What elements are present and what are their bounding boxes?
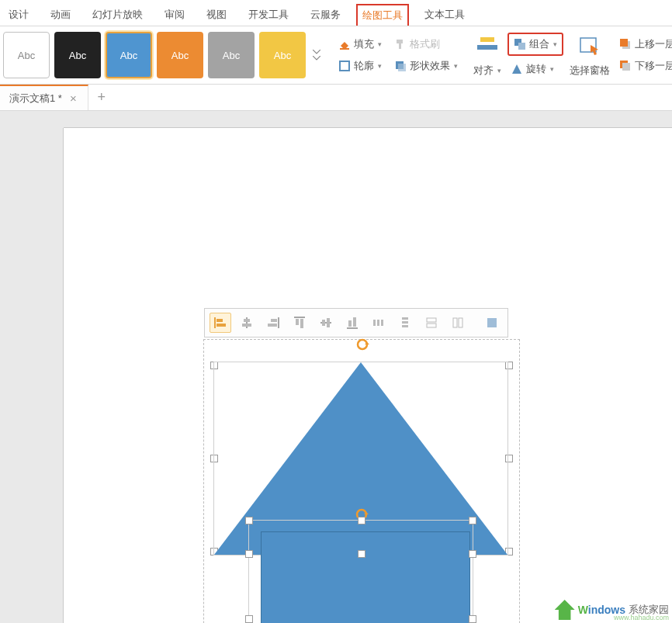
toolbar-collapse-button[interactable] — [481, 313, 503, 333]
resize-handle[interactable] — [469, 550, 476, 558]
align-right-button[interactable] — [262, 313, 284, 333]
ribbon-group-selection: 选择窗格 — [566, 26, 613, 84]
align-icon — [474, 33, 501, 59]
tab-design[interactable]: 设计 — [2, 3, 35, 26]
bring-forward-button[interactable]: 上移一层 — [616, 36, 672, 53]
selection-pane-label: 选择窗格 — [570, 64, 610, 78]
rotate-button[interactable]: 旋转 ▾ — [507, 61, 563, 78]
main-tabs: 设计 动画 幻灯片放映 审阅 视图 开发工具 云服务 绘图工具 文本工具 — [0, 0, 672, 26]
svg-rect-32 — [348, 320, 352, 327]
align-left-button[interactable] — [210, 313, 231, 333]
resize-handle[interactable] — [245, 517, 253, 524]
style-preset-white[interactable]: Abc — [3, 32, 50, 78]
svg-rect-5 — [398, 64, 406, 71]
workspace — [0, 111, 672, 623]
shape-style-gallery: Abc Abc Abc Abc Abc Abc — [0, 26, 326, 84]
rectangle-selection[interactable] — [248, 520, 473, 623]
fill-icon — [338, 38, 351, 50]
shape-effects-button[interactable]: 形状效果 ▾ — [391, 57, 461, 74]
align-middle-v-button[interactable] — [315, 313, 337, 333]
style-gallery-more[interactable] — [310, 32, 323, 78]
floating-align-toolbar — [204, 308, 508, 337]
tab-text-tools[interactable]: 文本工具 — [418, 3, 471, 26]
document-tab-label: 演示文稿1 * — [9, 92, 62, 106]
format-painter-label: 格式刷 — [410, 37, 440, 51]
bring-forward-icon — [619, 38, 632, 50]
outline-button[interactable]: 轮廓 ▾ — [335, 57, 385, 74]
rotation-handle-icon[interactable] — [355, 337, 370, 352]
resize-handle[interactable] — [358, 517, 365, 524]
svg-rect-6 — [480, 37, 494, 42]
ribbon-group-align: 对齐 ▾ — [470, 26, 504, 84]
ribbon-group-arrange: 组合 ▾ 旋转 ▾ — [504, 26, 566, 84]
chevron-down-icon: ▾ — [497, 67, 501, 74]
tab-drawing-tools[interactable]: 绘图工具 — [356, 4, 409, 26]
same-width-button[interactable] — [421, 313, 442, 333]
resize-handle[interactable] — [469, 517, 476, 524]
distribute-h-button[interactable] — [368, 313, 390, 333]
same-height-button[interactable] — [447, 313, 469, 333]
svg-rect-20 — [244, 319, 250, 322]
svg-rect-17 — [216, 319, 223, 322]
svg-rect-35 — [377, 320, 379, 326]
align-center-h-button[interactable] — [236, 313, 258, 333]
shape-effects-icon — [394, 60, 407, 72]
tab-slideshow[interactable]: 幻灯片放映 — [86, 3, 149, 26]
selection-pane-icon — [577, 33, 603, 59]
align-top-button[interactable] — [289, 313, 310, 333]
tab-view[interactable]: 视图 — [200, 3, 233, 26]
watermark-logo-icon — [555, 600, 575, 620]
style-preset-black[interactable]: Abc — [54, 32, 101, 78]
svg-rect-13 — [620, 39, 628, 47]
chevron-down-icon: ▾ — [553, 40, 557, 48]
group-icon — [514, 38, 526, 50]
style-preset-blue-selected[interactable]: Abc — [106, 32, 152, 78]
distribute-v-button[interactable] — [394, 313, 416, 333]
tab-review[interactable]: 审阅 — [158, 3, 191, 26]
svg-rect-40 — [427, 318, 436, 322]
align-button[interactable]: 对齐 ▾ — [473, 64, 501, 78]
group-button[interactable]: 组合 ▾ — [507, 33, 563, 56]
align-label: 对齐 — [473, 64, 494, 78]
selection-pane-button[interactable]: 选择窗格 — [570, 64, 610, 78]
svg-rect-39 — [402, 325, 408, 327]
document-tab-bar: 演示文稿1 * × + — [0, 85, 672, 111]
format-painter-icon — [394, 38, 407, 50]
document-tab[interactable]: 演示文稿1 * × — [0, 85, 88, 110]
resize-handle[interactable] — [469, 615, 476, 623]
svg-rect-33 — [353, 317, 356, 327]
svg-rect-37 — [402, 317, 408, 320]
tab-devtools[interactable]: 开发工具 — [242, 3, 295, 26]
resize-handle[interactable] — [245, 615, 253, 623]
outline-label: 轮廓 — [354, 59, 374, 73]
style-preset-yellow[interactable]: Abc — [259, 32, 306, 78]
align-bottom-button[interactable] — [341, 313, 363, 333]
close-icon[interactable]: × — [70, 92, 77, 105]
resize-handle[interactable] — [245, 550, 253, 558]
svg-rect-15 — [622, 63, 630, 71]
bring-forward-label: 上移一层 — [635, 37, 672, 51]
add-tab-button[interactable]: + — [88, 89, 115, 106]
svg-marker-10 — [512, 64, 521, 74]
chevron-down-icon: ▾ — [550, 65, 554, 73]
svg-rect-0 — [340, 48, 349, 50]
resize-handle[interactable] — [358, 550, 365, 558]
fill-label: 填充 — [354, 37, 374, 51]
format-painter-button[interactable]: 格式刷 — [391, 36, 461, 53]
style-preset-gray[interactable]: Abc — [208, 32, 255, 78]
svg-rect-29 — [322, 320, 325, 326]
svg-rect-27 — [300, 319, 303, 328]
tab-cloud[interactable]: 云服务 — [304, 3, 347, 26]
watermark-url: www.hahadu.com — [614, 614, 669, 621]
svg-rect-41 — [427, 324, 436, 327]
svg-rect-36 — [381, 320, 383, 326]
shape-effects-label: 形状效果 — [410, 59, 450, 73]
send-backward-button[interactable]: 下移一层 — [616, 57, 672, 74]
svg-rect-1 — [340, 61, 349, 71]
style-preset-orange[interactable]: Abc — [157, 32, 203, 78]
tab-animation[interactable]: 动画 — [44, 3, 77, 26]
ribbon-group-format2: 格式刷 形状效果 ▾ — [388, 26, 464, 84]
svg-rect-7 — [477, 45, 497, 50]
fill-button[interactable]: 填充 ▾ — [335, 36, 385, 53]
svg-rect-30 — [327, 318, 330, 327]
